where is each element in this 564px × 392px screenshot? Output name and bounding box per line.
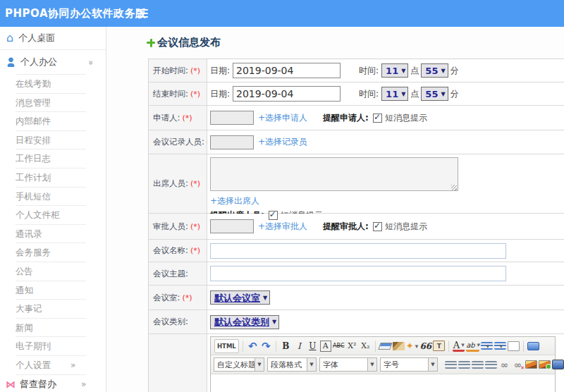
media-icon[interactable] — [552, 360, 564, 369]
field-label: 申请人: — [153, 113, 180, 123]
sidebar-subitem[interactable]: 公告 — [16, 262, 86, 281]
select-approver-link[interactable]: +选择审批人 — [258, 221, 307, 233]
sidebar-item-personal-desktop[interactable]: ⌂ 个人桌面 — [0, 27, 106, 50]
chevron-down-icon: » — [85, 60, 95, 65]
html-source-button[interactable]: HTML — [214, 339, 239, 353]
ordered-list-icon[interactable] — [481, 342, 493, 350]
sidebar-subitem[interactable]: 手机短信 — [16, 188, 86, 207]
sidebar-subitem[interactable]: 电子期刊 — [16, 337, 86, 356]
applicant-input[interactable] — [210, 111, 254, 125]
resize-handle-icon[interactable] — [451, 185, 457, 190]
sidebar-subitem[interactable]: 大事记 — [16, 300, 86, 319]
italic-icon[interactable]: I — [293, 339, 305, 353]
minute-unit-label: 分 — [450, 65, 459, 77]
link-icon[interactable]: ∞ — [498, 357, 510, 372]
menu-toggle-icon[interactable] — [136, 9, 148, 11]
hour-unit-label: 点 — [410, 88, 419, 100]
dropdown-caret-icon — [401, 91, 405, 97]
start-date-input[interactable] — [233, 63, 341, 78]
sidebar-subitem[interactable]: 消息管理 — [16, 94, 86, 113]
underline-icon[interactable]: U — [307, 339, 319, 353]
unordered-list-icon[interactable] — [494, 342, 506, 350]
sidebar-subitem[interactable]: 在线考勤 — [16, 75, 86, 94]
new-page-icon[interactable] — [508, 341, 520, 351]
redo-icon[interactable]: ↷ — [260, 339, 272, 353]
sidebar-item-label: 个人桌面 — [18, 32, 55, 44]
subscript-icon[interactable]: X₂ — [360, 339, 372, 353]
undo-icon[interactable]: ↶ — [247, 339, 259, 353]
end-date-input[interactable] — [233, 86, 341, 102]
attendees-textarea[interactable] — [210, 157, 458, 191]
font-size-select[interactable]: 字号 — [380, 357, 438, 372]
sidebar: ⌂ 个人桌面 个人办公 » 在线考勤 消息管理 内部邮件 日程安排 工作日志 工… — [0, 27, 106, 392]
sidebar-subitem-settings[interactable]: 个人设置 » — [16, 356, 86, 375]
sidebar-subitem[interactable]: 新闻 — [16, 319, 86, 338]
sms-checkbox[interactable] — [269, 211, 278, 220]
approver-input[interactable] — [210, 219, 254, 233]
remind-approver-label: 提醒审批人: — [323, 221, 369, 233]
date-label: 日期: — [210, 88, 230, 100]
font-color-icon[interactable]: A — [453, 340, 465, 352]
align-right-icon[interactable] — [472, 361, 484, 369]
home-icon: ⌂ — [6, 32, 13, 44]
paragraph-format-select[interactable]: 段落格式 — [267, 357, 317, 372]
align-justify-icon[interactable] — [485, 361, 497, 369]
sidebar-item-supervision[interactable]: ⋈ 督查督办 » — [0, 375, 106, 392]
blockquote-icon[interactable]: 66 — [419, 339, 431, 353]
font-style-icon[interactable]: A — [320, 341, 331, 352]
dropdown-caret-icon — [441, 68, 445, 74]
strikethrough-icon[interactable]: ABC — [333, 339, 345, 353]
image-icon[interactable] — [525, 360, 537, 369]
bold-icon[interactable]: B — [280, 339, 292, 353]
meeting-category-select[interactable]: 默认会议类别 — [210, 315, 279, 329]
field-label: 会议类别: — [153, 317, 188, 327]
end-hour-select[interactable]: 11 — [381, 87, 408, 101]
start-minute-select[interactable]: 55 — [421, 63, 448, 78]
chevron-right-icon: » — [70, 356, 75, 375]
meeting-name-input[interactable] — [210, 243, 506, 259]
required-mark: (*) — [190, 246, 200, 255]
chevron-right-icon: » — [81, 379, 86, 389]
sms-checkbox[interactable] — [373, 222, 382, 231]
select-attendees-link[interactable]: +选择出席人 — [210, 195, 259, 207]
sidebar-subitem[interactable]: 日程安排 — [16, 131, 86, 150]
align-left-icon[interactable] — [445, 361, 457, 369]
required-mark: (*) — [182, 114, 192, 123]
form-row-meeting-room: 会议室:(*) 默认会议室 — [149, 286, 564, 310]
sidebar-subitem[interactable]: 会务服务 — [16, 243, 86, 262]
form-row-meeting-category: 会议类别: 默认会议类别 — [149, 310, 564, 334]
editor-content[interactable] — [211, 374, 555, 392]
align-center-icon[interactable] — [458, 361, 470, 369]
sidebar-item-personal-office[interactable]: 个人办公 » — [0, 50, 106, 74]
unlink-icon[interactable]: ∞ — [512, 357, 524, 372]
sms-checkbox[interactable] — [373, 114, 382, 123]
paste-as-text-icon[interactable]: T — [433, 341, 445, 351]
fullscreen-icon[interactable] — [527, 342, 539, 350]
sidebar-subitem[interactable]: 工作日志 — [16, 149, 86, 169]
sidebar-subitem[interactable]: 通讯录 — [16, 225, 86, 244]
font-family-select[interactable]: 字体 — [319, 357, 377, 372]
custom-title-select[interactable]: 自定义标题 — [214, 357, 264, 372]
recorder-input[interactable] — [210, 135, 254, 149]
meeting-topic-input[interactable] — [210, 266, 506, 281]
highlight-color-icon[interactable]: ab — [466, 340, 479, 352]
eraser-icon[interactable] — [378, 343, 392, 350]
field-label: 出席人员: — [153, 178, 188, 189]
field-label: 会议记录人员: — [153, 137, 204, 147]
field-label: 会议室: — [153, 293, 180, 303]
format-brush-icon[interactable] — [393, 342, 405, 350]
dropdown-caret-icon — [401, 68, 405, 74]
quick-format-icon[interactable]: ✦ — [406, 339, 418, 353]
select-applicant-link[interactable]: +选择申请人 — [258, 112, 307, 124]
end-minute-select[interactable]: 55 — [421, 87, 448, 101]
superscript-icon[interactable]: X² — [346, 339, 358, 353]
sidebar-subitem[interactable]: 内部邮件 — [16, 112, 86, 131]
sidebar-subitem[interactable]: 通知 — [16, 281, 86, 300]
meeting-room-select[interactable]: 默认会议室 — [210, 290, 270, 305]
net-image-icon[interactable] — [539, 360, 551, 369]
start-hour-select[interactable]: 11 — [381, 63, 408, 78]
main-content: 会议信息发布 开始时间:(*) 日期: 时间: 11 点 55 分 — [106, 27, 564, 392]
sidebar-subitem[interactable]: 工作计划 — [16, 169, 86, 188]
sidebar-subitem[interactable]: 个人文件柜 — [16, 206, 86, 225]
select-recorder-link[interactable]: +选择记录员 — [258, 136, 307, 148]
